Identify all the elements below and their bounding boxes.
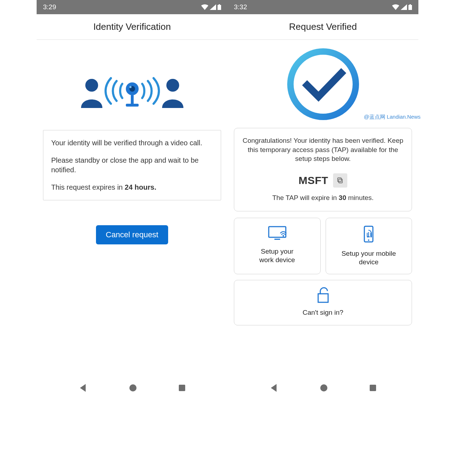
copy-tap-button[interactable] [333, 173, 347, 188]
nav-recents-icon[interactable] [369, 384, 377, 392]
svg-rect-7 [131, 95, 134, 104]
app-bar-left: Identity Verification [37, 14, 228, 40]
svg-rect-10 [179, 385, 185, 391]
svg-rect-21 [318, 294, 328, 302]
nav-bar-right [228, 377, 418, 399]
phone-right: 3:32 Request Verified [228, 0, 418, 399]
svg-rect-23 [370, 385, 376, 391]
wifi-icon [392, 4, 399, 10]
svg-point-6 [129, 86, 132, 88]
svg-point-13 [290, 52, 356, 117]
status-time: 3:32 [234, 3, 247, 11]
svg-point-2 [85, 79, 98, 92]
nav-bar-left [37, 377, 228, 399]
monitor-icon [267, 225, 287, 242]
action-label: Setup your mobile device [342, 249, 396, 266]
svg-point-22 [320, 384, 327, 391]
info-card: Your identity will be verified through a… [43, 130, 221, 200]
info-line1: Your identity will be verified through a… [51, 138, 213, 148]
nav-back-icon[interactable] [79, 383, 88, 393]
info-line3: This request expires in 24 hours. [51, 183, 213, 192]
congrats-text: Congratulations! Your identity has been … [241, 136, 405, 163]
svg-rect-0 [218, 5, 221, 10]
nav-back-icon[interactable] [269, 383, 279, 393]
setup-mobile-device-card[interactable]: Setup your mobile device [326, 218, 412, 275]
status-time: 3:29 [43, 3, 56, 11]
nav-recents-icon[interactable] [178, 384, 186, 392]
svg-point-9 [129, 384, 136, 391]
svg-point-3 [166, 79, 179, 92]
page-title: Identity Verification [93, 21, 171, 32]
svg-point-18 [283, 235, 284, 237]
battery-icon [408, 4, 412, 10]
nav-home-icon[interactable] [320, 384, 328, 392]
phone-hand-icon [361, 225, 376, 244]
signal-icon [210, 4, 216, 10]
battery-icon [218, 4, 221, 10]
nav-home-icon[interactable] [129, 384, 137, 392]
cancel-request-button[interactable]: Cancel request [96, 225, 168, 244]
action-label: Can't sign in? [303, 309, 343, 317]
wifi-icon [201, 4, 208, 10]
video-call-illustration [43, 73, 221, 112]
phone-left: 3:29 Identity Verification [37, 0, 228, 399]
svg-rect-14 [339, 179, 342, 183]
status-icons [392, 4, 412, 10]
svg-rect-8 [126, 104, 139, 107]
status-bar-right: 3:32 [228, 0, 418, 14]
svg-rect-1 [219, 4, 220, 5]
action-label: Setup your work device [259, 247, 295, 264]
svg-rect-15 [338, 178, 341, 182]
tap-row: MSFT [241, 173, 405, 188]
content-right: @蓝点网 Landian.News Congratulations! Your … [228, 40, 418, 399]
setup-work-device-card[interactable]: Setup your work device [234, 218, 321, 275]
svg-rect-17 [274, 239, 280, 240]
page-title: Request Verified [289, 21, 357, 32]
action-grid: Setup your work device Setup your mobile… [234, 218, 412, 275]
cant-sign-in-card[interactable]: Can't sign in? [234, 280, 412, 325]
info-line2: Please standby or close the app and wait… [51, 156, 213, 175]
content-left: Your identity will be verified through a… [37, 40, 228, 399]
signal-icon [401, 4, 407, 10]
svg-point-20 [368, 239, 369, 241]
app-bar-right: Request Verified [228, 14, 418, 40]
status-icons [201, 4, 221, 10]
svg-rect-11 [408, 5, 412, 10]
unlock-icon [316, 287, 330, 304]
watermark: @蓝点网 Landian.News [364, 114, 421, 120]
status-bar-left: 3:29 [37, 0, 228, 14]
tap-expire-text: The TAP will expire in 30 minutes. [241, 194, 405, 202]
verified-checkmark-icon [234, 47, 412, 121]
svg-rect-12 [410, 4, 411, 5]
tap-code: MSFT [299, 174, 328, 186]
copy-icon [337, 177, 343, 184]
verified-card: Congratulations! Your identity has been … [234, 128, 412, 211]
